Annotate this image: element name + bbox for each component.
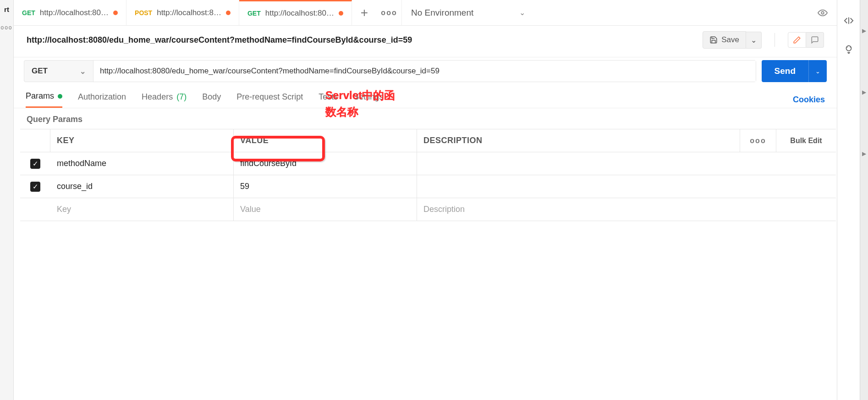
tab-title: http://localhost:80…: [265, 9, 334, 18]
environment-label: No Environment: [411, 8, 473, 18]
send-dropdown-button[interactable]: ⌄: [808, 60, 827, 82]
tab-authorization[interactable]: Authorization: [78, 92, 126, 107]
tab-headers[interactable]: Headers (7): [142, 92, 187, 107]
request-header-row: http://localhost:8080/edu_home_war/cours…: [14, 26, 837, 57]
tab-settings[interactable]: Settings: [353, 92, 383, 107]
table-row: ✓ methodName findCourseById: [20, 152, 836, 175]
pencil-icon: [793, 36, 801, 44]
chevron-down-icon: ⌄: [80, 67, 86, 76]
save-label: Save: [721, 35, 739, 44]
triangle-icon: ▶: [862, 150, 866, 157]
window-edge-rail: ▶ ▶ ▶: [860, 0, 868, 400]
table-header-row: KEY VALUE DESCRIPTION ooo Bulk Edit: [20, 129, 836, 152]
row-options-button[interactable]: ooo: [740, 129, 776, 152]
svg-point-0: [821, 11, 824, 14]
row-checkbox[interactable]: ✓: [30, 182, 40, 192]
unsaved-dot-icon: [113, 11, 118, 15]
param-description-input[interactable]: [417, 175, 836, 198]
header-description: DESCRIPTION: [417, 129, 740, 152]
triangle-icon: ▶: [862, 28, 866, 34]
param-key-input[interactable]: Key: [50, 198, 234, 221]
request-tab-2[interactable]: GET http://localhost:80…: [239, 0, 352, 25]
save-icon: [709, 36, 718, 44]
request-subtabs: Params Authorization Headers (7) Body Pr…: [14, 87, 837, 108]
request-tab-1[interactable]: POST http://localhost:8…: [126, 0, 239, 25]
method-badge: GET: [247, 10, 261, 17]
tab-title: http://localhost:8…: [157, 8, 221, 17]
chevron-down-icon: ⌄: [751, 36, 757, 44]
send-label: Send: [775, 66, 796, 76]
param-description-input[interactable]: [417, 152, 836, 175]
cookies-link[interactable]: Cookies: [793, 95, 825, 105]
eye-icon[interactable]: [818, 8, 828, 18]
tab-bar: GET http://localhost:80… POST http://loc…: [14, 0, 837, 26]
url-box: GET ⌄ http://localhost:8080/edu_home_war…: [24, 60, 756, 82]
param-value-input[interactable]: findCourseById: [234, 152, 417, 175]
header-key: KEY: [50, 129, 234, 152]
lightbulb-icon[interactable]: [844, 44, 854, 54]
param-value-input[interactable]: 59: [234, 175, 417, 198]
chevron-down-icon: ⌄: [519, 8, 525, 17]
edit-button[interactable]: [788, 32, 806, 48]
environment-bar: No Environment ⌄: [401, 0, 837, 25]
request-tab-0[interactable]: GET http://localhost:80…: [14, 0, 126, 25]
comment-button[interactable]: [806, 32, 824, 48]
bulk-edit-button[interactable]: Bulk Edit: [776, 129, 836, 152]
method-label: GET: [32, 67, 48, 76]
tab-params[interactable]: Params: [26, 91, 62, 108]
unsaved-dot-icon: [339, 11, 343, 16]
send-button[interactable]: Send: [762, 60, 808, 82]
table-row: ✓ course_id 59: [20, 175, 836, 198]
method-select[interactable]: GET ⌄: [24, 61, 93, 82]
row-checkbox-empty: [20, 198, 50, 221]
more-dots-icon[interactable]: ooo: [0, 24, 12, 31]
request-title: http://localhost:8080/edu_home_war/cours…: [27, 35, 695, 45]
triangle-icon: ▶: [862, 89, 866, 95]
tab-tests[interactable]: Tests: [319, 92, 338, 107]
headers-count: (7): [176, 92, 187, 102]
chevron-down-icon: ⌄: [815, 68, 820, 75]
comment-icon: [811, 36, 819, 44]
right-sidebar: [837, 0, 860, 400]
table-row-new: Key Value Description: [20, 198, 836, 221]
tab-prerequest[interactable]: Pre-request Script: [236, 92, 303, 107]
query-params-table: KEY VALUE DESCRIPTION ooo Bulk Edit ✓ me…: [20, 129, 836, 221]
param-value-input[interactable]: Value: [234, 198, 417, 221]
url-row: GET ⌄ http://localhost:8080/edu_home_war…: [14, 57, 837, 87]
tab-body[interactable]: Body: [202, 92, 221, 107]
save-dropdown-button[interactable]: ⌄: [746, 32, 762, 49]
divider: [775, 33, 775, 47]
param-key-input[interactable]: course_id: [50, 175, 234, 198]
left-rail-text: rt: [4, 6, 9, 13]
unsaved-dot-icon: [226, 11, 231, 15]
new-tab-button[interactable]: +: [352, 0, 377, 25]
query-params-label: Query Params: [14, 108, 837, 129]
param-description-input[interactable]: Description: [417, 198, 836, 221]
row-checkbox[interactable]: ✓: [30, 159, 40, 169]
environment-select[interactable]: No Environment ⌄: [411, 8, 525, 18]
method-badge: GET: [22, 9, 35, 17]
url-input[interactable]: http://localhost:8080/edu_home_war/cours…: [93, 61, 756, 82]
url-text: http://localhost:8080/edu_home_war/cours…: [100, 67, 439, 76]
code-icon[interactable]: [844, 16, 854, 26]
save-button[interactable]: Save: [703, 31, 746, 49]
tab-title: http://localhost:80…: [40, 8, 109, 17]
header-checkbox-cell: [20, 129, 50, 152]
left-sidebar: rt ooo: [0, 0, 14, 400]
header-value: VALUE: [234, 129, 417, 152]
tabs-more-button[interactable]: ooo: [377, 0, 401, 25]
params-active-dot-icon: [58, 94, 62, 99]
method-badge: POST: [135, 9, 152, 17]
param-key-input[interactable]: methodName: [50, 152, 234, 175]
